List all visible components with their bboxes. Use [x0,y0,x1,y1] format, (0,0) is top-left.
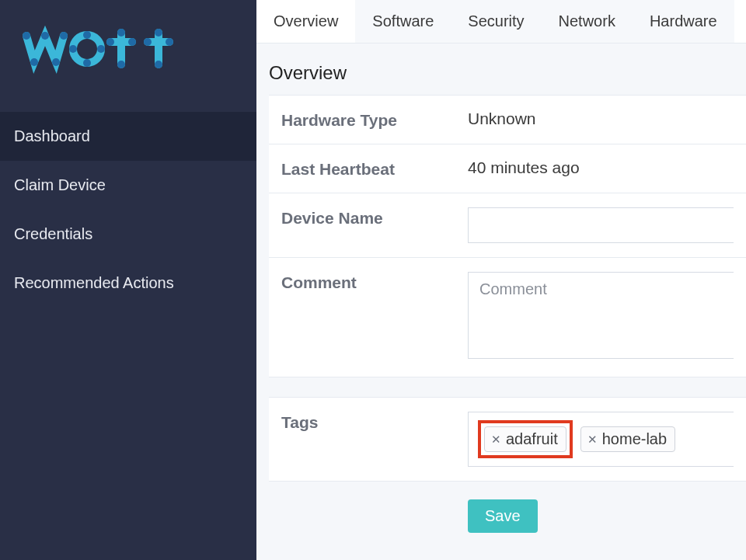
value-last-heartbeat: 40 minutes ago [468,158,734,177]
tag-chip[interactable]: ✕ adafruit [484,426,566,452]
label-device-name: Device Name [281,207,468,228]
label-comment: Comment [281,272,468,292]
tag-remove-icon[interactable]: ✕ [587,433,598,445]
page-title: Overview [256,43,746,95]
tag-label: home-lab [602,430,667,448]
tab-hardware[interactable]: Hardware [633,0,734,43]
svg-point-11 [83,59,91,67]
tag-remove-icon[interactable]: ✕ [491,433,501,445]
tab-bar: Overview Software Security Network Hardw… [256,0,746,43]
sidebar-item-credentials[interactable]: Credentials [0,210,256,259]
svg-point-8 [30,58,38,66]
svg-point-18 [144,38,152,46]
svg-point-15 [128,38,136,46]
label-tags: Tags [281,412,468,432]
row-last-heartbeat: Last Heartbeat 40 minutes ago [269,144,746,193]
overview-panel: Hardware Type Unknown Last Heartbeat 40 … [269,95,746,377]
row-hardware-type: Hardware Type Unknown [269,95,746,144]
svg-point-9 [52,58,60,66]
svg-point-12 [69,45,77,53]
value-hardware-type: Unknown [468,110,734,128]
svg-point-10 [83,31,91,39]
row-comment: Comment [269,257,746,377]
label-hardware-type: Hardware Type [281,110,468,130]
tags-panel: Tags ✕ adafruit ✕ home-lab [269,397,746,482]
sidebar-item-claim-device[interactable]: Claim Device [0,161,256,210]
tag-chip[interactable]: ✕ home-lab [580,426,675,452]
svg-point-17 [117,61,125,68]
svg-point-7 [60,32,68,40]
svg-point-21 [155,61,162,68]
tab-overview[interactable]: Overview [256,0,355,43]
svg-point-5 [23,32,30,40]
comment-textarea[interactable] [468,272,734,359]
svg-point-13 [97,45,105,53]
sidebar-item-dashboard[interactable]: Dashboard [0,112,256,161]
device-name-input[interactable] [468,207,734,243]
tags-input[interactable]: ✕ adafruit ✕ home-lab [468,412,734,467]
svg-point-19 [166,38,173,46]
save-button[interactable]: Save [468,499,538,533]
action-row: Save [269,481,746,551]
svg-point-20 [155,29,162,37]
svg-point-14 [106,38,114,46]
tab-security[interactable]: Security [451,0,541,43]
sidebar: Dashboard Claim Device Credentials Recom… [0,0,256,560]
row-tags: Tags ✕ adafruit ✕ home-lab [269,397,746,482]
label-last-heartbeat: Last Heartbeat [281,158,468,179]
row-device-name: Device Name [269,193,746,258]
sidebar-item-recommended-actions[interactable]: Recommended Actions [0,259,256,308]
tab-network[interactable]: Network [542,0,633,43]
svg-point-16 [117,29,125,37]
tag-label: adafruit [506,430,558,448]
tag-highlight: ✕ adafruit [478,420,573,458]
tab-software[interactable]: Software [355,0,451,43]
main-content: Overview Software Security Network Hardw… [256,0,746,560]
brand-logo [0,0,256,112]
svg-point-0 [73,35,101,63]
svg-point-6 [41,32,49,40]
wott-logo-icon [20,22,199,76]
